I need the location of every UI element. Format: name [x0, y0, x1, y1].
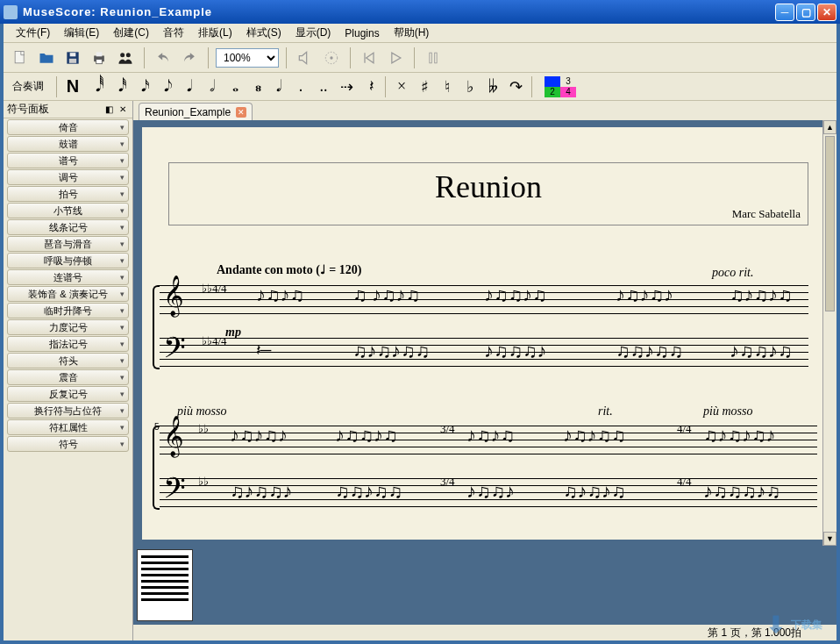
concert-pitch-label[interactable]: 合奏调 — [11, 79, 51, 94]
double-flat-button[interactable]: 𝄫 — [482, 75, 503, 98]
palette-panel: 符号面板 ◧ ✕ 倚音鼓谱谱号调号拍号小节线线条记号琶音与滑音呼吸与停顿连谱号装… — [4, 101, 133, 640]
title-frame[interactable]: Reunion Marc Sabatella — [168, 162, 808, 225]
palette-item-8[interactable]: 呼吸与停顿 — [7, 253, 129, 268]
maximize-button[interactable]: ▢ — [796, 4, 815, 21]
palette-item-17[interactable]: 换行符与占位符 — [7, 403, 129, 419]
tabbar: Reunion_Example ✕ — [133, 101, 836, 120]
dynamic-mp[interactable]: mp — [225, 326, 241, 340]
duration-whole[interactable]: 𝅝 — [222, 75, 243, 98]
scroll-thumb[interactable] — [825, 136, 835, 311]
score-title[interactable]: Reunion — [169, 163, 808, 205]
natural-button[interactable]: ♮ — [437, 75, 458, 98]
palette-item-13[interactable]: 指法记号 — [7, 336, 129, 352]
vertical-scrollbar[interactable]: ▲ ▼ — [822, 120, 836, 546]
scroll-up-button[interactable]: ▲ — [823, 120, 836, 134]
zoom-select[interactable]: 100% — [216, 48, 279, 68]
loop-button[interactable] — [422, 47, 445, 69]
palette-item-15[interactable]: 震音 — [7, 369, 129, 385]
menu-help[interactable]: 帮助(H) — [387, 24, 437, 42]
tab-reunion-example[interactable]: Reunion_Example ✕ — [139, 103, 253, 120]
scroll-down-button[interactable]: ▼ — [823, 532, 836, 546]
community-button[interactable] — [114, 47, 137, 69]
score-composer[interactable]: Marc Sabatella — [732, 207, 801, 221]
tab-close-button[interactable]: ✕ — [236, 107, 246, 118]
close-button[interactable]: ✕ — [817, 4, 836, 21]
palette-item-9[interactable]: 连谱号 — [7, 269, 129, 285]
palette-item-2[interactable]: 谱号 — [7, 153, 129, 168]
redo-button[interactable] — [178, 47, 201, 69]
menu-notes[interactable]: 音符 — [156, 24, 191, 42]
palette-item-18[interactable]: 符杠属性 — [7, 419, 129, 435]
menu-file[interactable]: 文件(F) — [9, 24, 57, 42]
menubar: 文件(F) 编辑(E) 创建(C) 音符 排版(L) 样式(S) 显示(D) P… — [4, 24, 836, 43]
palette-item-16[interactable]: 反复记号 — [7, 386, 129, 402]
open-button[interactable] — [35, 47, 58, 69]
voice-3-button[interactable]: 3 — [560, 76, 576, 87]
palette-item-14[interactable]: 符头 — [7, 353, 129, 369]
sharp-button[interactable]: ♯ — [414, 75, 435, 98]
svg-rect-6 — [96, 59, 103, 63]
palette-item-4[interactable]: 拍号 — [7, 186, 129, 202]
palette-item-6[interactable]: 线条记号 — [7, 219, 129, 235]
play-button[interactable] — [384, 47, 407, 69]
palette-item-1[interactable]: 鼓谱 — [7, 136, 129, 152]
note-toolbar: 合奏调 N 𝅘𝅥𝅱 𝅘𝅥𝅰 𝅘𝅥𝅯 𝅘𝅥𝅮 𝅘𝅥 𝅗𝅥 𝅝 𝅝𝅝 𝅗𝅥. . .… — [4, 73, 836, 101]
palette-item-12[interactable]: 力度记号 — [7, 319, 129, 335]
svg-rect-3 — [69, 58, 76, 62]
menu-layout[interactable]: 排版(L) — [191, 24, 239, 42]
voice-4-button[interactable]: 4 — [560, 87, 576, 97]
palette-item-10[interactable]: 装饰音 & 演奏记号 — [7, 286, 129, 302]
svg-rect-0 — [15, 51, 24, 62]
tie-button[interactable]: ⇢ — [336, 75, 357, 98]
duration-32nd[interactable]: 𝅘𝅥𝅰 — [108, 75, 129, 98]
metronome-button[interactable] — [320, 47, 343, 69]
palette-item-19[interactable]: 符号 — [7, 436, 129, 452]
save-button[interactable] — [61, 47, 84, 69]
palette-item-0[interactable]: 倚音 — [7, 119, 129, 135]
duration-half[interactable]: 𝅗𝅥 — [199, 75, 220, 98]
menu-style[interactable]: 样式(S) — [239, 24, 288, 42]
note-input-button[interactable]: N — [62, 75, 83, 98]
palette-item-11[interactable]: 临时升降号 — [7, 303, 129, 318]
navigator-page-1[interactable] — [137, 549, 193, 621]
svg-point-7 — [120, 53, 125, 57]
double-sharp-button[interactable]: × — [391, 75, 412, 98]
undo-button[interactable] — [152, 47, 174, 69]
duration-quarter[interactable]: 𝅘𝅥 — [176, 75, 197, 98]
minimize-button[interactable]: ─ — [775, 4, 794, 21]
double-dot-button[interactable]: .. — [313, 75, 334, 98]
rewind-button[interactable] — [358, 47, 381, 69]
titlebar: MuseScore: Reunion_Example ─ ▢ ✕ — [0, 0, 840, 24]
flip-button[interactable]: ↷ — [505, 75, 526, 98]
palette-close-button[interactable]: ✕ — [117, 104, 129, 116]
sound-button[interactable] — [294, 47, 317, 69]
print-button[interactable] — [88, 47, 110, 69]
duration-breve[interactable]: 𝅝𝅝 — [245, 75, 266, 98]
palette-item-7[interactable]: 琶音与滑音 — [7, 236, 129, 252]
duration-64th[interactable]: 𝅘𝅥𝅱 — [85, 75, 106, 98]
duration-dotted-half[interactable]: 𝅗𝅥. — [267, 75, 288, 98]
svg-rect-11 — [430, 53, 432, 63]
svg-rect-5 — [96, 52, 103, 56]
flat-button[interactable]: ♭ — [459, 75, 481, 98]
palette-item-5[interactable]: 小节线 — [7, 203, 129, 218]
duration-16th[interactable]: 𝅘𝅥𝅯 — [131, 75, 152, 98]
svg-rect-12 — [435, 53, 438, 63]
palette-item-3[interactable]: 调号 — [7, 169, 129, 185]
duration-8th[interactable]: 𝅘𝅥𝅮 — [153, 75, 174, 98]
palette-undock-button[interactable]: ◧ — [103, 104, 115, 116]
new-button[interactable] — [9, 47, 32, 69]
rest-button[interactable]: 𝄽 — [359, 75, 380, 98]
menu-display[interactable]: 显示(D) — [288, 24, 338, 42]
status-text: 第 1 页，第 1.000拍 — [708, 626, 801, 640]
svg-point-10 — [330, 56, 332, 59]
dot-button[interactable]: . — [290, 75, 311, 98]
menu-edit[interactable]: 编辑(E) — [57, 24, 106, 42]
tempo-marking[interactable]: Andante con moto (♩ = 120) — [217, 262, 361, 277]
voice-2-button[interactable]: 2 — [545, 87, 560, 97]
menu-plugins[interactable]: Plugins — [338, 25, 386, 41]
navigator-panel[interactable] — [133, 546, 836, 625]
menu-create[interactable]: 创建(C) — [106, 24, 156, 42]
score-view[interactable]: Reunion Marc Sabatella Andante con moto … — [133, 120, 836, 546]
voice-1-button[interactable] — [545, 76, 560, 87]
